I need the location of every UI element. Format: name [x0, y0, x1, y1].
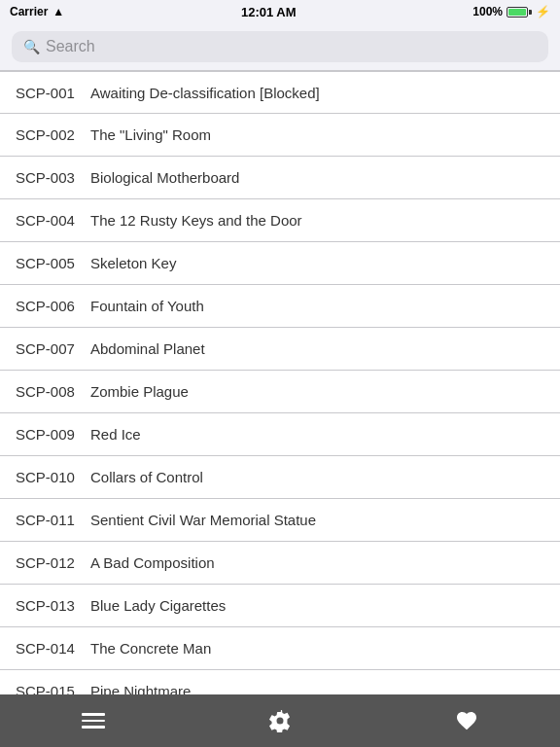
status-time: 12:01 AM: [241, 5, 297, 19]
search-input[interactable]: [46, 38, 537, 55]
gear-icon: [268, 709, 292, 732]
scp-name: The "Living" Room: [90, 126, 211, 143]
scp-name: Abdominal Planet: [90, 340, 205, 357]
scp-number: SCP-014: [16, 640, 79, 657]
hamburger-icon: [82, 713, 105, 729]
search-container: 🔍: [0, 23, 560, 71]
scp-number: SCP-006: [16, 298, 79, 314]
status-bar: Carrier ▲ 12:01 AM 100% ⚡: [0, 0, 560, 23]
scp-name: Collars of Control: [90, 469, 203, 485]
scp-name: Red Ice: [90, 426, 141, 443]
scp-number: SCP-002: [16, 126, 79, 143]
tab-bar: [0, 694, 560, 747]
scp-number: SCP-010: [16, 469, 79, 485]
heart-icon: [455, 709, 478, 732]
carrier-label: Carrier: [10, 5, 48, 18]
scp-number: SCP-013: [16, 597, 79, 614]
list-item[interactable]: SCP-012A Bad Composition: [0, 542, 560, 585]
list-item[interactable]: SCP-010Collars of Control: [0, 456, 560, 499]
scp-number: SCP-003: [16, 169, 79, 186]
scp-number: SCP-001: [16, 85, 79, 101]
status-left: Carrier ▲: [10, 5, 64, 18]
list-item[interactable]: SCP-015Pipe Nightmare: [0, 670, 560, 694]
scp-number: SCP-012: [16, 554, 79, 571]
scp-number: SCP-005: [16, 255, 79, 271]
favorites-tab[interactable]: [438, 699, 496, 742]
list-item[interactable]: SCP-013Blue Lady Cigarettes: [0, 585, 560, 627]
status-right: 100% ⚡: [472, 5, 550, 18]
list-item[interactable]: SCP-011Sentient Civil War Memorial Statu…: [0, 499, 560, 542]
settings-tab[interactable]: [251, 699, 309, 742]
menu-tab[interactable]: [64, 699, 122, 742]
list-item[interactable]: SCP-009Red Ice: [0, 413, 560, 456]
scp-number: SCP-011: [16, 512, 79, 528]
list-item[interactable]: SCP-003Biological Motherboard: [0, 157, 560, 199]
search-box: 🔍: [12, 31, 548, 62]
scp-number: SCP-007: [16, 340, 79, 357]
scp-name: Sentient Civil War Memorial Statue: [90, 512, 316, 528]
scp-name: Pipe Nightmare: [90, 683, 191, 694]
scp-name: Skeleton Key: [90, 255, 176, 271]
lightning-icon: ⚡: [536, 5, 550, 18]
scp-name: The 12 Rusty Keys and the Door: [90, 212, 302, 229]
battery-icon: [507, 7, 532, 18]
scp-list: SCP-001Awaiting De-classification [Block…: [0, 71, 560, 694]
scp-number: SCP-009: [16, 426, 79, 443]
scp-name: Fountain of Youth: [90, 298, 204, 314]
list-item[interactable]: SCP-008Zombie Plague: [0, 371, 560, 413]
list-item[interactable]: SCP-002The "Living" Room: [0, 114, 560, 157]
scp-number: SCP-008: [16, 383, 79, 400]
list-item[interactable]: SCP-005Skeleton Key: [0, 242, 560, 285]
wifi-icon: ▲: [52, 5, 64, 18]
scp-name: Zombie Plague: [90, 383, 189, 400]
scp-name: The Concrete Man: [90, 640, 211, 657]
list-item[interactable]: SCP-001Awaiting De-classification [Block…: [0, 71, 560, 114]
battery-percent: 100%: [472, 5, 503, 18]
scp-name: Awaiting De-classification [Blocked]: [90, 85, 320, 101]
scp-number: SCP-015: [16, 683, 79, 694]
list-item[interactable]: SCP-014The Concrete Man: [0, 627, 560, 670]
scp-name: A Bad Composition: [90, 554, 215, 571]
list-item[interactable]: SCP-004The 12 Rusty Keys and the Door: [0, 199, 560, 242]
list-item[interactable]: SCP-006Fountain of Youth: [0, 285, 560, 328]
scp-number: SCP-004: [16, 212, 79, 229]
list-item[interactable]: SCP-007Abdominal Planet: [0, 328, 560, 371]
search-icon: 🔍: [23, 39, 40, 54]
scp-name: Biological Motherboard: [90, 169, 239, 186]
scp-name: Blue Lady Cigarettes: [90, 597, 226, 614]
